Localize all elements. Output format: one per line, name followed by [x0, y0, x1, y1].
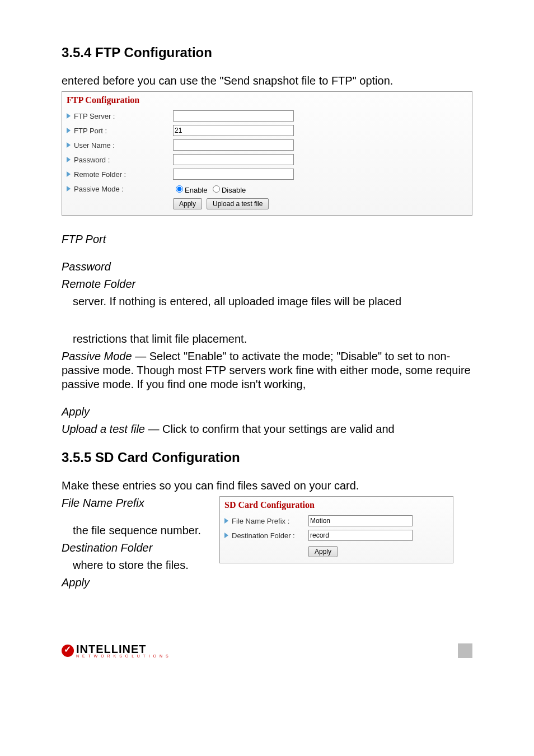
def-upload: Upload a test file — Click to confirm th… [62, 422, 472, 436]
passive-enable-option[interactable]: Enable [173, 184, 207, 194]
sd-dest-row: Destination Folder : [224, 528, 448, 543]
passive-disable-radio[interactable] [213, 185, 220, 193]
def-upload-label: Upload a test file [62, 423, 145, 435]
arrow-icon [67, 157, 71, 162]
ftp-passive-label: Passive Mode : [74, 185, 124, 193]
ftp-port-input[interactable] [173, 125, 294, 136]
ftp-upload-test-button[interactable]: Upload a test file [207, 198, 269, 209]
def-password: Password [62, 260, 472, 274]
page-footer: INTELLINET N E T W O R K S O L U T I O N… [62, 643, 472, 658]
def-apply: Apply [62, 405, 472, 419]
arrow-icon [67, 186, 71, 192]
intro-355: Make these entries so you can find files… [62, 479, 472, 493]
section-355-title: 3.5.5 SD Card Configuration [62, 450, 472, 465]
sd-file-seq: the file sequence number. [62, 524, 213, 538]
def-remote-folder-desc: server. If nothing is entered, all uploa… [62, 295, 472, 309]
arrow-icon [224, 518, 228, 524]
section-354-title: 3.5.4 FTP Configuration [62, 45, 472, 60]
sd-prefix-row: File Name Prefix : [224, 514, 448, 528]
page-number-square [458, 643, 472, 658]
def-ftp-port: FTP Port [62, 232, 472, 246]
ftp-pass-label: Password : [74, 156, 110, 164]
sd-apply-button[interactable]: Apply [308, 546, 338, 557]
sd-panel-title: SD Card Configuration [224, 500, 448, 510]
sd-config-panel: SD Card Configuration File Name Prefix :… [219, 496, 453, 563]
arrow-icon [67, 142, 71, 148]
arrow-icon [67, 128, 71, 133]
def-upload-desc: — Click to confirm that your settings ar… [145, 423, 395, 435]
logo-main-text: INTELLINET [76, 644, 170, 654]
sd-dest-label: Destination Folder : [232, 531, 295, 540]
passive-enable-radio[interactable] [176, 185, 183, 193]
def-passive-mode: Passive Mode — Select "Enable" to activa… [62, 349, 472, 391]
ftp-user-input[interactable] [173, 139, 294, 151]
arrow-icon [67, 171, 71, 177]
ftp-panel-title: FTP Configuration [67, 95, 467, 105]
arrow-icon [224, 533, 228, 538]
def-restrictions: restrictions that limit file placement. [62, 332, 472, 346]
arrow-icon [67, 113, 71, 119]
logo-sub-text: N E T W O R K S O L U T I O N S [76, 654, 170, 658]
sd-dest-input[interactable] [308, 530, 413, 541]
ftp-server-input[interactable] [173, 110, 294, 122]
ftp-apply-button[interactable]: Apply [173, 198, 202, 209]
passive-disable-option[interactable]: Disable [210, 184, 246, 194]
ftp-server-row: FTP Server : [67, 109, 467, 123]
sd-apply-label: Apply [62, 576, 213, 590]
ftp-pass-row: Password : [67, 152, 467, 167]
ftp-config-panel: FTP Configuration FTP Server : FTP Port … [62, 91, 472, 216]
sd-where: where to store the files. [62, 558, 213, 572]
intro-354: entered before you can use the "Send sna… [62, 74, 472, 88]
ftp-folder-row: Remote Folder : [67, 167, 467, 181]
def-passive-mode-label: Passive Mode [62, 350, 132, 362]
brand-logo: INTELLINET N E T W O R K S O L U T I O N… [62, 644, 170, 658]
ftp-folder-input[interactable] [173, 169, 294, 180]
logo-check-icon [62, 645, 74, 657]
def-remote-folder: Remote Folder [62, 277, 472, 291]
sd-prefix-label: File Name Prefix : [232, 517, 289, 525]
sd-prefix-input[interactable] [308, 515, 413, 526]
ftp-folder-label: Remote Folder : [74, 170, 126, 179]
sd-file-prefix-label: File Name Prefix [62, 496, 213, 510]
sd-dest-folder-label: Destination Folder [62, 541, 213, 555]
ftp-passive-row: Passive Mode : Enable Disable [67, 181, 467, 196]
ftp-server-label: FTP Server : [74, 112, 115, 120]
ftp-user-label: User Name : [74, 141, 115, 150]
ftp-user-row: User Name : [67, 138, 467, 152]
ftp-port-row: FTP Port : [67, 123, 467, 138]
ftp-port-label: FTP Port : [74, 127, 107, 135]
ftp-pass-input[interactable] [173, 154, 294, 165]
